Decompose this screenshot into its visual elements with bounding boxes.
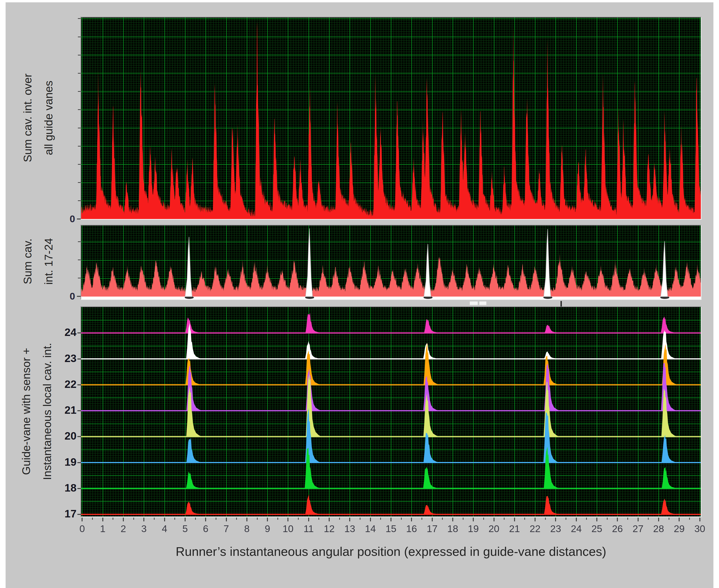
top-panel-y-tick (78, 164, 81, 165)
x-tick-mark (102, 518, 103, 521)
x-minor-tick-mark (318, 518, 319, 520)
y-tick-mark (77, 462, 81, 463)
x-minor-tick-mark (421, 518, 422, 520)
top-panel-ylabel-line2: all guide vanes (42, 81, 55, 155)
y-tick-label-17: 17 (51, 507, 77, 520)
x-minor-tick-mark (565, 518, 566, 520)
y-tick-label-21: 21 (51, 404, 77, 416)
top-panel-zero-label: 0 (54, 213, 75, 225)
y-tick-label-20: 20 (51, 429, 77, 442)
y-tick-mark (77, 488, 81, 489)
y-tick-mark (77, 410, 81, 411)
x-minor-tick-mark (524, 518, 525, 520)
y-tick-mark (77, 436, 81, 437)
top-panel-y-tick (78, 109, 81, 110)
y-tick-label-24: 24 (51, 326, 77, 338)
x-tick-mark (514, 518, 515, 521)
x-minor-tick-mark (92, 518, 93, 520)
y-tick-label-23: 23 (51, 352, 77, 364)
x-minor-tick-mark (463, 518, 463, 520)
x-tick-mark (123, 518, 124, 521)
middle-plot-canvas (81, 226, 701, 299)
bottom-plot-canvas (81, 307, 701, 517)
x-tick-mark (185, 518, 185, 521)
x-tick-mark (267, 518, 268, 521)
top-panel-ylabel-line1: Sum cav. int. over (21, 74, 34, 162)
x-minor-tick-mark (236, 518, 237, 520)
x-minor-tick-mark (277, 518, 278, 520)
x-minor-tick-mark (401, 518, 402, 520)
x-tick-mark (164, 518, 165, 521)
x-tick-mark (473, 518, 474, 521)
x-tick-mark (679, 518, 680, 521)
middle-panel-y-tick (78, 259, 81, 260)
y-tick-label-18: 18 (51, 482, 77, 494)
middle-plot-panel (80, 225, 701, 300)
middle-panel-zero-label: 0 (54, 291, 75, 302)
x-minor-tick-mark (154, 518, 155, 520)
middle-panel-ylabel-line1: Sum cav. (21, 238, 34, 285)
x-minor-tick-mark (689, 518, 690, 520)
x-minor-tick-mark (627, 518, 628, 520)
x-axis-title: Runner’s instantaneous angular position … (81, 544, 701, 559)
top-plot-panel (80, 17, 701, 220)
x-tick-mark (370, 518, 371, 521)
middle-panel-y-tick (78, 278, 81, 278)
x-tick-mark (576, 518, 577, 521)
x-tick-mark (82, 518, 82, 521)
x-tick-mark (349, 518, 350, 521)
x-tick-label-30: 30 (687, 523, 713, 534)
x-tick-mark (329, 518, 329, 521)
x-tick-mark (638, 518, 639, 521)
x-minor-tick-mark (586, 518, 587, 520)
x-tick-mark (287, 518, 288, 521)
middle-panel-ylabel-line2: int. 17-24 (42, 238, 55, 285)
top-panel-y-tick (78, 128, 81, 128)
x-tick-mark (411, 518, 412, 521)
scrollbar-smudge-artifact (479, 301, 486, 305)
x-minor-tick-mark (380, 518, 381, 520)
x-minor-tick-mark (195, 518, 196, 520)
x-tick-mark (494, 518, 495, 521)
bottom-panel-ylabel-line1: Guide-vane with sensor + (20, 348, 33, 475)
cursor-tick-artifact (560, 301, 562, 307)
x-tick-mark (226, 518, 227, 521)
x-minor-tick-mark (113, 518, 113, 520)
top-panel-y-tick (78, 73, 81, 74)
top-panel-y-tick (78, 219, 81, 219)
x-minor-tick-mark (545, 518, 546, 520)
scrollbar-smudge-artifact (470, 301, 478, 305)
y-tick-label-19: 19 (51, 456, 77, 468)
x-minor-tick-mark (504, 518, 504, 520)
x-minor-tick-mark (339, 518, 340, 520)
top-panel-y-tick (78, 146, 81, 147)
x-minor-tick-mark (648, 518, 648, 520)
x-minor-tick-mark (607, 518, 607, 520)
x-tick-mark (452, 518, 453, 521)
x-minor-tick-mark (298, 518, 299, 520)
x-tick-mark (143, 518, 144, 521)
x-minor-tick-mark (257, 518, 258, 520)
y-tick-mark (77, 514, 81, 515)
top-plot-canvas (81, 18, 701, 219)
x-minor-tick-mark (442, 518, 443, 520)
top-panel-y-tick (78, 55, 81, 56)
top-panel-y-tick (78, 201, 81, 201)
x-tick-mark (596, 518, 597, 521)
x-tick-mark (617, 518, 618, 521)
bottom-plot-panel (80, 306, 701, 517)
top-panel-y-tick (78, 18, 81, 19)
x-tick-mark (658, 518, 659, 521)
x-tick-mark (699, 518, 700, 521)
top-panel-y-tick (78, 182, 81, 183)
x-minor-tick-mark (360, 518, 360, 520)
top-panel-y-tick (78, 37, 81, 37)
middle-panel-y-tick (78, 241, 81, 242)
x-tick-mark (246, 518, 247, 521)
x-minor-tick-mark (174, 518, 175, 520)
x-tick-mark (391, 518, 392, 521)
x-tick-mark (205, 518, 206, 521)
x-tick-mark (308, 518, 309, 521)
x-minor-tick-mark (668, 518, 670, 520)
y-tick-mark (77, 332, 81, 333)
